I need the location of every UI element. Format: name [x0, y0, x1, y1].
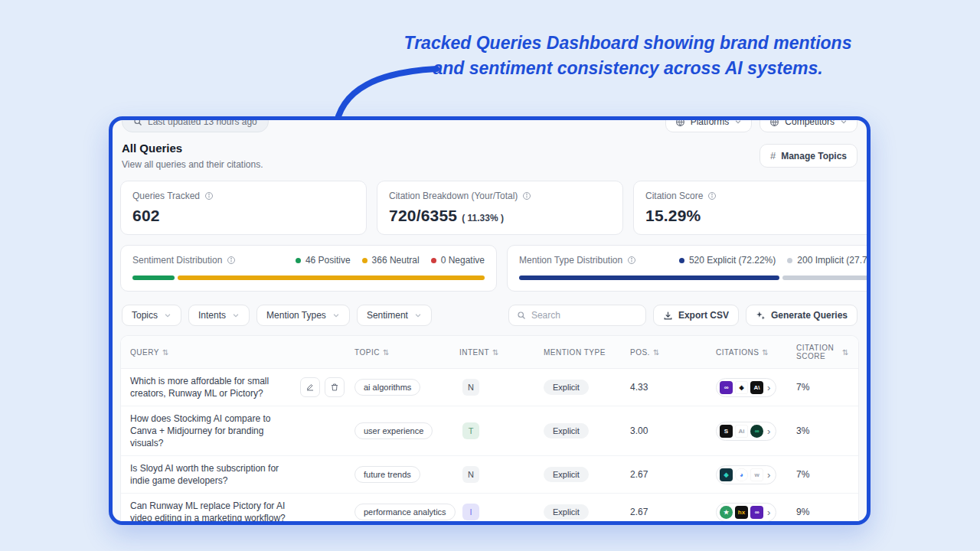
manage-topics-label: Manage Topics — [781, 151, 847, 161]
sentiment-distribution-card: Sentiment Distribution 46 Positive 366 N… — [120, 245, 497, 292]
neutral-dot-icon — [362, 258, 368, 263]
chevron-down-icon — [232, 311, 240, 319]
search-icon — [133, 117, 142, 126]
platforms-label: Platforms — [691, 116, 730, 127]
top-strip: Last updated 13 hours ago Platforms Comp… — [120, 116, 859, 132]
search-input[interactable] — [531, 310, 631, 321]
info-icon[interactable] — [522, 191, 531, 201]
info-icon[interactable] — [627, 256, 636, 265]
mention-type-pill: Explicit — [544, 504, 589, 520]
topic-pill[interactable]: performance analytics — [354, 504, 456, 520]
search-box[interactable] — [508, 305, 646, 326]
export-csv-button[interactable]: Export CSV — [653, 305, 739, 326]
filter-mention-types[interactable]: Mention Types — [256, 305, 350, 326]
sentiment-legend: 46 Positive 366 Neutral 0 Negative — [296, 255, 485, 266]
topic-pill[interactable]: ai algorithms — [354, 379, 420, 396]
intent-badge: I — [462, 504, 479, 520]
queries-tracked-card: Queries Tracked 602 — [120, 181, 367, 235]
table-row[interactable]: Is Sloyd AI worth the subscription for i… — [121, 456, 858, 494]
mention-bar-explicit — [519, 276, 779, 280]
stats-row: Queries Tracked 602 Citation Breakdown (… — [120, 181, 859, 235]
column-header-citations[interactable]: CITATIONS⇅ — [716, 348, 796, 357]
chevron-down-icon — [840, 118, 848, 126]
info-icon[interactable] — [204, 191, 214, 201]
citation-breakdown-card: Citation Breakdown (Your/Total) 720/6355… — [377, 181, 623, 235]
generate-queries-button[interactable]: Generate Queries — [746, 305, 858, 326]
column-header-query[interactable]: QUERY⇅ — [130, 348, 354, 357]
citations-pill[interactable]: ∞ ◈ A\ › — [716, 378, 776, 397]
stat-label: Citation Breakdown (Your/Total) — [389, 191, 518, 201]
platforms-button[interactable]: Platforms — [665, 116, 753, 132]
mascot-favicon: ★ — [720, 506, 733, 519]
sort-icon: ⇅ — [162, 348, 169, 357]
citation-score-value: 7% — [796, 469, 849, 480]
hash-icon: # — [770, 150, 776, 161]
citation-score-card: Citation Score 15.29% — [633, 181, 871, 235]
globe-icon — [675, 117, 685, 127]
competitors-button[interactable]: Competitors — [760, 116, 858, 132]
column-header-pos[interactable]: POS.⇅ — [630, 348, 716, 357]
sort-icon: ⇅ — [762, 348, 769, 357]
mention-bar-implicit — [782, 276, 871, 280]
sentiment-bar-neutral — [178, 276, 485, 280]
position-value: 2.67 — [630, 469, 716, 480]
query-text: Which is more affordable for small creat… — [130, 375, 292, 399]
citations-pill[interactable]: ◈ ◕ w › — [716, 465, 776, 484]
info-icon[interactable] — [707, 191, 717, 201]
page-subtitle: View all queries and their citations. — [122, 159, 263, 170]
caption-line1: Tracked Queries Dashboard showing brand … — [329, 31, 926, 56]
stat-value: 720/6355 — [389, 207, 457, 225]
sort-icon: ⇅ — [653, 348, 660, 357]
stat-label: Queries Tracked — [132, 191, 200, 201]
mention-legend: 520 Explicit (72.22%) 200 Implicit (27.7… — [679, 255, 871, 266]
edit-query-button[interactable] — [300, 377, 320, 397]
manage-topics-button[interactable]: # Manage Topics — [760, 144, 858, 168]
table-row[interactable]: Can Runway ML replace Pictory for AI vid… — [121, 494, 858, 525]
ai-text-favicon: Ai — [735, 425, 748, 438]
intent-badge: N — [462, 466, 479, 483]
table-header: QUERY⇅ TOPIC⇅ INTENT⇅ MENTION TYPE POS.⇅… — [121, 336, 858, 369]
query-text: Is Sloyd AI worth the subscription for i… — [130, 462, 292, 487]
citation-score-value: 3% — [796, 425, 849, 436]
pencil-icon — [305, 383, 315, 392]
chevron-down-icon — [164, 311, 172, 319]
filter-toolbar: Topics Intents Mention Types Sentiment — [120, 305, 859, 326]
position-value: 4.33 — [630, 382, 716, 393]
dashboard-window: Last updated 13 hours ago Platforms Comp… — [109, 116, 871, 525]
positive-dot-icon — [296, 258, 301, 263]
implicit-dot-icon — [787, 258, 792, 263]
legend-negative: 0 Negative — [431, 255, 485, 266]
sentiment-bar — [132, 276, 485, 280]
last-updated-label: Last updated 13 hours ago — [148, 116, 257, 127]
info-icon[interactable] — [227, 256, 236, 265]
delete-query-button[interactable] — [325, 377, 345, 397]
swirl-favicon: ◕ — [735, 468, 748, 481]
column-header-citation-score[interactable]: CITATION SCORE⇅ — [796, 344, 849, 360]
stockimg-favicon: S — [720, 425, 733, 438]
intent-badge: N — [462, 379, 479, 396]
topic-pill[interactable]: user experience — [354, 422, 433, 439]
page-header: All Queries View all queries and their c… — [122, 142, 263, 170]
citations-pill[interactable]: S Ai ∞ › — [716, 422, 776, 441]
stat-value: 602 — [132, 207, 160, 225]
filter-topics[interactable]: Topics — [122, 305, 181, 326]
chevron-down-icon — [414, 311, 422, 319]
w-favicon: w — [750, 468, 763, 481]
table-row[interactable]: How does Stockimg AI compare to Canva + … — [121, 406, 858, 456]
filter-sentiment[interactable]: Sentiment — [357, 305, 432, 326]
topic-pill[interactable]: future trends — [354, 466, 420, 483]
column-header-intent[interactable]: INTENT⇅ — [459, 348, 544, 357]
last-updated-pill: Last updated 13 hours ago — [122, 116, 269, 132]
chevron-right-icon: › — [767, 426, 770, 436]
citations-pill[interactable]: ★ hx ∞ › — [716, 503, 776, 522]
mention-bar — [519, 276, 871, 280]
legend-neutral: 366 Neutral — [362, 255, 420, 266]
column-header-topic[interactable]: TOPIC⇅ — [354, 348, 459, 357]
trash-icon — [330, 383, 339, 392]
chevron-right-icon: › — [767, 383, 770, 393]
chevron-right-icon: › — [767, 507, 770, 517]
page-title: All Queries — [122, 142, 263, 155]
filter-intents[interactable]: Intents — [188, 305, 250, 326]
negative-dot-icon — [431, 258, 436, 263]
table-row[interactable]: Which is more affordable for small creat… — [121, 369, 858, 406]
